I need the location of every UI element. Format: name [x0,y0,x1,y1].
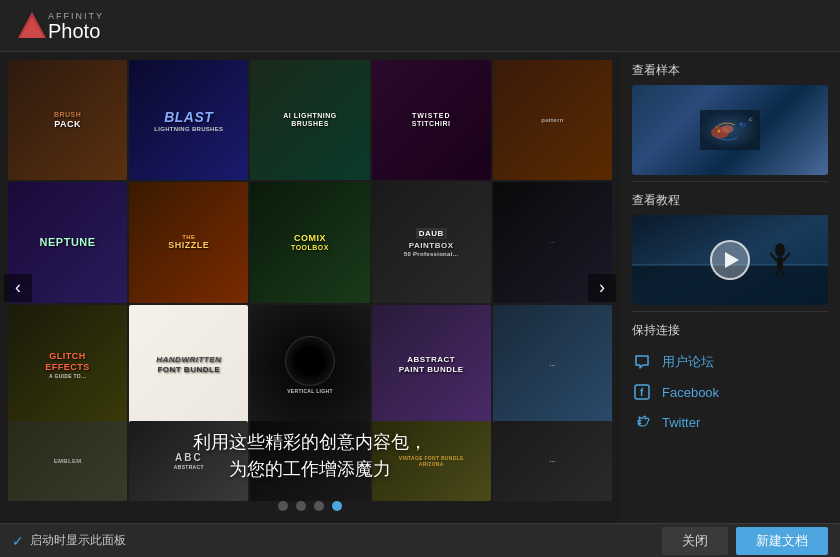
play-button[interactable] [710,240,750,280]
affinity-logo-icon [16,10,48,42]
twitter-bird-icon [634,414,650,430]
list-item[interactable]: COMIX TOOLBOX [250,182,369,302]
svg-rect-13 [777,257,783,269]
browse-label: 查看样本 [632,62,828,79]
close-button[interactable]: 关闭 [662,527,728,555]
carousel-prev-button[interactable]: ‹ [4,274,32,302]
browse-section: 查看样本 [620,52,840,181]
list-item[interactable]: EMBLEM [8,421,127,501]
forum-label: 用户论坛 [662,353,714,371]
list-item[interactable]: ··· [250,421,369,501]
startup-check-label: 启动时显示此面板 [30,532,126,549]
svg-point-6 [739,123,747,128]
thumbnail-grid: BRUSH PACK Blast LIGHTNING BRUSHES AI LI… [0,52,620,433]
list-item[interactable]: VINTAGE FONT BUNDLE ARIZONA [372,421,491,501]
svg-point-4 [722,125,734,133]
twitter-icon [632,412,652,432]
browse-preview[interactable] [632,85,828,175]
list-item[interactable]: AI LIGHTNING BRUSHES [250,60,369,180]
svg-point-12 [775,243,785,257]
new-document-button[interactable]: 新建文档 [736,527,828,555]
list-item[interactable]: TWISTED STITCHIRI [372,60,491,180]
bottom-buttons: 关闭 新建文档 [662,527,828,555]
list-item[interactable]: ··· [493,305,612,425]
connect-section: 保持连接 用户论坛 f Facebook [620,312,840,447]
facebook-icon: f [632,382,652,402]
twitter-link[interactable]: Twitter [632,407,828,437]
list-item[interactable]: GLITCH EFFECTS A GUIDE TO... [8,305,127,425]
facebook-f-icon: f [634,384,650,400]
list-item[interactable]: Handwritten FONT BUNDLE [129,305,248,425]
svg-point-5 [718,130,721,133]
carousel-dot-4[interactable] [332,501,342,511]
tutorial-preview[interactable] [632,215,828,305]
carousel-dot-3[interactable] [314,501,324,511]
forum-link[interactable]: 用户论坛 [632,347,828,377]
play-triangle-icon [725,252,739,268]
browse-preview-image [700,100,760,160]
facebook-link[interactable]: f Facebook [632,377,828,407]
brand-text: AFFINITY Photo [48,11,104,41]
tutorial-section: 查看教程 [620,182,840,311]
tutorial-label: 查看教程 [632,192,828,209]
bottom-bar: ✓ 启动时显示此面板 关闭 新建文档 [0,523,840,557]
brand-affinity-label: AFFINITY [48,11,104,21]
carousel-dot-2[interactable] [296,501,306,511]
carousel-next-button[interactable]: › [588,274,616,302]
svg-point-8 [749,119,752,122]
list-item[interactable]: ABC ABSTRACT [129,421,248,501]
list-item[interactable]: ABSTRACT PAINT BUNDLE [372,305,491,425]
list-item[interactable]: ··· [493,421,612,501]
forum-icon [632,352,652,372]
list-item[interactable]: Blast LIGHTNING BRUSHES [129,60,248,180]
checkmark-icon: ✓ [12,533,24,549]
right-panel: 查看样本 [620,52,840,523]
carousel-dots [0,501,620,511]
carousel-dot-1[interactable] [278,501,288,511]
list-item[interactable]: BRUSH PACK [8,60,127,180]
twitter-label: Twitter [662,415,700,430]
chat-icon [634,354,650,370]
carousel-area: BRUSH PACK Blast LIGHTNING BRUSHES AI LI… [0,52,620,523]
list-item[interactable]: THE SHIZZLE [129,182,248,302]
svg-point-7 [740,123,742,125]
main-content: BRUSH PACK Blast LIGHTNING BRUSHES AI LI… [0,52,840,523]
svg-text:f: f [640,387,644,398]
brand-photo-label: Photo [48,21,104,41]
list-item[interactable]: VERTICAL LIGHT [250,305,369,425]
connect-label: 保持连接 [632,322,828,339]
startup-check[interactable]: ✓ 启动时显示此面板 [12,532,126,549]
facebook-label: Facebook [662,385,719,400]
list-item[interactable]: pattern [493,60,612,180]
app-header: AFFINITY Photo [0,0,840,52]
list-item[interactable]: DAUB PAINTBOX 50 Professional... [372,182,491,302]
